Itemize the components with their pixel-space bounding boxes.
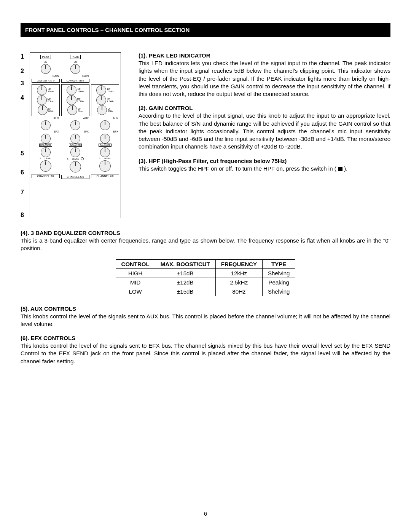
headphone-icon bbox=[81, 157, 84, 160]
section-4: (4). 3 BAND EQUALIZER CONTROLS This is a… bbox=[21, 230, 390, 252]
section-2: (2). GAIN CONTROL According to the level… bbox=[139, 105, 390, 150]
th-control: CONTROL bbox=[116, 259, 155, 268]
callout-numbers: 1 2 3 4 5 6 7 8 bbox=[21, 52, 27, 218]
level-row: 5 LEVEL CHANNEL 3/4 5 LEVEL CHANNEL 5/6 … bbox=[32, 157, 119, 179]
table-row: LOW ±15dB 80Hz Shelving bbox=[116, 287, 295, 296]
mf-knob bbox=[96, 95, 106, 105]
balance-knob bbox=[70, 147, 80, 157]
eq-table: CONTROL MAX. BOOST/CUT FREQUENCY TYPE HI… bbox=[116, 259, 296, 296]
aux-label: AUX bbox=[32, 117, 60, 120]
level-knob bbox=[99, 160, 111, 172]
panel-diagram: 1 2 3 4 5 6 7 8 PEAK 30 GAIN bbox=[21, 52, 127, 218]
balance-label: BALANCE bbox=[99, 144, 112, 147]
level-mid: 5 bbox=[67, 158, 68, 160]
cell: MID bbox=[116, 278, 155, 287]
strip-34-top: PEAK 30 GAIN LOW CUT / 75Hz bbox=[32, 55, 60, 83]
cell: HIGH bbox=[116, 268, 155, 278]
gain-knob bbox=[41, 64, 51, 74]
aux-knob bbox=[100, 120, 110, 130]
callout-7: 7 bbox=[21, 189, 27, 195]
cell: Shelving bbox=[262, 287, 295, 296]
lowcut-switch: LOW CUT / 75Hz bbox=[32, 79, 60, 83]
mf-knob bbox=[67, 95, 76, 105]
page-number: 6 bbox=[0, 510, 411, 517]
eq-strip-56: HF12kHz MF2.5kHz LF80Hz bbox=[61, 83, 89, 117]
lf-knob bbox=[38, 105, 48, 115]
efx-row: EFX EFX EFX bbox=[32, 130, 119, 144]
aux-knob bbox=[41, 120, 51, 130]
callout-6: 6 bbox=[21, 169, 27, 176]
callout-4: 4 bbox=[21, 95, 27, 101]
th-freq: FREQUENCY bbox=[215, 259, 262, 268]
level-label: LEVEL bbox=[104, 157, 111, 160]
diagram-column: 1 2 3 4 5 6 7 8 PEAK 30 GAIN bbox=[21, 52, 127, 218]
eq-row: HF12kHz MF2.5kHz LF80Hz HF12kHz MF2.5kHz… bbox=[32, 83, 119, 117]
peak-led: PEAK bbox=[70, 55, 81, 59]
efx-label: EFX bbox=[61, 130, 89, 133]
section-5-heading: (5). AUX CONTROLS bbox=[21, 305, 390, 312]
table-row: HIGH ±15dB 12kHz Shelving bbox=[116, 268, 295, 278]
level-label: LEVEL bbox=[45, 157, 52, 160]
hpf-switch-icon bbox=[338, 167, 342, 171]
level-mid: 5 bbox=[40, 157, 41, 160]
section-5: (5). AUX CONTROLS This knobs control the… bbox=[21, 305, 390, 328]
section-3-prefix: This switch toggles the HPF on or off. T… bbox=[139, 165, 338, 172]
hf-freq: 12kHz bbox=[107, 90, 113, 93]
callout-5: 5 bbox=[21, 150, 27, 157]
section-1: (1). PEAK LED INDICATOR This LED indicat… bbox=[139, 52, 390, 98]
strip-56-top: PEAK 30 GAIN LOW CUT / 75Hz bbox=[61, 55, 89, 83]
efx-label: EFX bbox=[91, 130, 119, 133]
lf-freq: 80Hz bbox=[108, 110, 113, 112]
lf-knob bbox=[67, 105, 77, 115]
lf-knob bbox=[97, 105, 107, 115]
gain-label: GAIN bbox=[61, 75, 89, 77]
cell: 12kHz bbox=[215, 268, 262, 278]
section-1-heading: (1). PEAK LED INDICATOR bbox=[139, 52, 390, 59]
cell: LOW bbox=[116, 287, 155, 296]
mf-freq: 2.5kHz bbox=[107, 100, 114, 102]
balance-label: BALANCE bbox=[39, 144, 52, 147]
callout-1: 1 bbox=[21, 54, 27, 60]
channel-label-56: CHANNEL 5/6 bbox=[61, 175, 89, 179]
mf-freq: 2.5kHz bbox=[48, 100, 55, 102]
section-2-heading: (2). GAIN CONTROL bbox=[139, 105, 390, 111]
aux-row: AUX AUX AUX bbox=[32, 117, 119, 130]
level-mid: 5 bbox=[99, 157, 100, 160]
callout-8: 8 bbox=[21, 212, 27, 218]
th-type: TYPE bbox=[262, 259, 295, 268]
mf-knob bbox=[37, 95, 47, 105]
page-header-bar: FRONT PANEL CONTROLS – CHANNEL CONTROL S… bbox=[21, 23, 390, 37]
section-1-body: This LED indicators lets you check the l… bbox=[139, 59, 390, 98]
efx-knob bbox=[70, 134, 80, 144]
cell: 2.5kHz bbox=[215, 278, 262, 287]
lf-freq: 80Hz bbox=[48, 110, 54, 112]
aux-knob bbox=[70, 120, 80, 130]
gain-max-label: 30 bbox=[44, 61, 47, 63]
th-boost: MAX. BOOST/CUT bbox=[155, 259, 215, 268]
hf-knob bbox=[96, 85, 106, 95]
callout-3: 3 bbox=[21, 80, 27, 86]
cell: ±15dB bbox=[155, 268, 215, 278]
hf-knob bbox=[67, 85, 76, 95]
section-4-body: This is a 3-band equalizer with center f… bbox=[21, 237, 390, 252]
level-knob bbox=[70, 161, 81, 173]
section-5-body: This knobs control the level of the sign… bbox=[21, 313, 390, 328]
cell: Peaking bbox=[262, 278, 295, 287]
hf-freq: 12kHz bbox=[77, 90, 84, 93]
table-row: MID ±12dB 2.5kHz Peaking bbox=[116, 278, 295, 287]
section-6: (6). EFX CONTROLS This knobs control the… bbox=[21, 335, 390, 365]
section-3-suffix: ). bbox=[344, 165, 347, 172]
cell: ±15dB bbox=[155, 287, 215, 296]
section-3: (3). HPF (High-Pass Filter, cut frequenc… bbox=[139, 158, 390, 173]
level-knob bbox=[40, 160, 51, 172]
text-column: (1). PEAK LED INDICATOR This LED indicat… bbox=[139, 52, 390, 218]
aux-label: AUX bbox=[91, 117, 119, 120]
lf-freq: 80Hz bbox=[78, 110, 83, 112]
balance-knob bbox=[41, 147, 51, 157]
section-6-body: This knobs control the level of the sign… bbox=[21, 342, 390, 365]
hf-freq: 12kHz bbox=[48, 90, 54, 93]
section-2-body: According to the level of the input sign… bbox=[139, 112, 390, 150]
gain-label: GAIN bbox=[32, 75, 60, 77]
top-row: 1 2 3 4 5 6 7 8 PEAK 30 GAIN bbox=[21, 52, 390, 218]
hf-knob bbox=[37, 85, 47, 95]
